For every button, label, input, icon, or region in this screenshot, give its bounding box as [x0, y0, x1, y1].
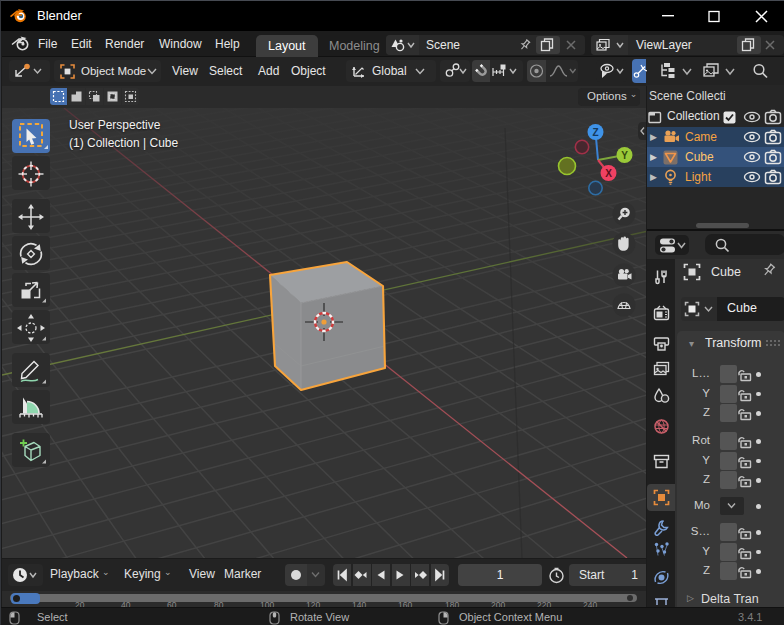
svg-text:Z: Z [592, 127, 598, 138]
svg-text:X: X [605, 168, 612, 179]
svg-text:Y: Y [621, 150, 628, 161]
